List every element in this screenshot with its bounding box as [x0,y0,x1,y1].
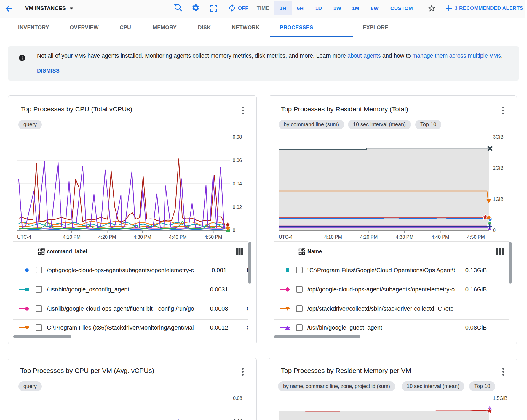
svg-text:1.5GiB: 1.5GiB [493,396,507,401]
svg-text:4:20 PM: 4:20 PM [360,235,378,240]
svg-text:2GiB: 2GiB [493,166,504,171]
svg-text:4:30 PM: 4:30 PM [134,235,151,240]
svg-text:0.06: 0.06 [233,158,242,163]
svg-text:4:20 PM: 4:20 PM [98,235,116,240]
svg-text:1GiB: 1GiB [493,197,504,202]
svg-text:0.02: 0.02 [233,205,242,210]
svg-text:3GiB: 3GiB [493,134,504,140]
svg-text:4:10 PM: 4:10 PM [324,235,342,240]
svg-text:4:40 PM: 4:40 PM [169,235,187,240]
svg-text:4:50 PM: 4:50 PM [467,235,485,240]
svg-text:4:10 PM: 4:10 PM [63,235,81,240]
svg-text:0: 0 [233,228,235,233]
svg-text:4:40 PM: 4:40 PM [432,235,449,240]
svg-text:0.08: 0.08 [233,396,242,401]
svg-text:4:30 PM: 4:30 PM [396,235,413,240]
svg-text:0.06: 0.06 [233,419,242,420]
svg-text:4:50 PM: 4:50 PM [205,235,222,240]
svg-text:0.08: 0.08 [233,134,242,140]
svg-text:0.04: 0.04 [233,181,242,186]
svg-text:UTC-4: UTC-4 [17,235,31,240]
svg-text:0: 0 [493,228,496,233]
svg-text:UTC-4: UTC-4 [279,235,293,240]
